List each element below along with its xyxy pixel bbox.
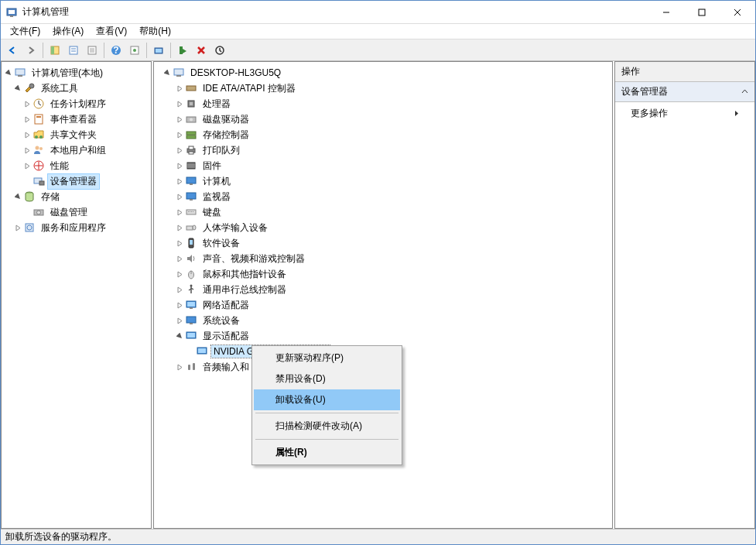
tree-node-local-users[interactable]: 本地用户和组 xyxy=(3,142,149,158)
expand-icon[interactable] xyxy=(174,98,185,109)
expand-icon[interactable] xyxy=(12,191,23,202)
context-separator xyxy=(255,439,399,440)
expand-icon[interactable] xyxy=(12,222,23,233)
device-node-system-dev[interactable]: 系统设备 xyxy=(156,313,611,328)
expand-icon[interactable] xyxy=(174,114,185,125)
device-label: 人体学输入设备 xyxy=(200,221,270,235)
device-node-ide[interactable]: IDE ATA/ATAPI 控制器 xyxy=(156,81,611,96)
tree-node-device-manager[interactable]: 设备管理器 xyxy=(3,173,149,189)
expand-icon[interactable] xyxy=(174,222,185,233)
context-update-driver[interactable]: 更新驱动程序(P) xyxy=(254,348,400,368)
device-node-network[interactable]: 网络适配器 xyxy=(156,297,611,313)
device-node-usb[interactable]: 通用串行总线控制器 xyxy=(156,282,611,297)
expand-icon[interactable] xyxy=(174,269,185,279)
firmware-icon xyxy=(185,159,197,172)
device-label: 通用串行总线控制器 xyxy=(200,283,289,297)
device-node-software-dev[interactable]: 软件设备 xyxy=(156,235,611,251)
export-button[interactable] xyxy=(84,42,101,59)
context-properties[interactable]: 属性(R) xyxy=(254,442,400,463)
scope-pane[interactable]: 计算机管理(本地) 系统工具 任务计划程序 xyxy=(1,61,152,529)
device-node-firmware[interactable]: 固件 xyxy=(156,158,611,173)
device-node-mouse[interactable]: 鼠标和其他指针设备 xyxy=(156,266,611,282)
expand-icon[interactable] xyxy=(3,67,14,78)
expand-icon[interactable] xyxy=(174,83,185,94)
tree-node-performance[interactable]: 性能 xyxy=(3,158,149,173)
expand-icon[interactable] xyxy=(174,176,185,187)
device-node-print-queue[interactable]: 打印队列 xyxy=(156,142,611,158)
usb-icon xyxy=(185,283,197,296)
menu-view[interactable]: 查看(V) xyxy=(90,23,133,39)
expand-icon[interactable] xyxy=(174,238,185,249)
context-uninstall-device[interactable]: 卸载设备(U) xyxy=(254,389,400,410)
menu-action[interactable]: 操作(A) xyxy=(46,23,90,39)
expand-icon[interactable] xyxy=(174,300,185,310)
tree-node-services[interactable]: 服务和应用程序 xyxy=(3,220,149,235)
expand-icon[interactable] xyxy=(174,253,185,264)
device-node-computer-cat[interactable]: 计算机 xyxy=(156,173,611,189)
expand-icon[interactable] xyxy=(12,83,23,94)
actions-section[interactable]: 设备管理器 xyxy=(615,82,754,102)
properties-button[interactable] xyxy=(65,42,82,59)
expand-icon[interactable] xyxy=(174,284,185,295)
device-node-keyboard[interactable]: 键盘 xyxy=(156,204,611,220)
device-node-computer[interactable]: DESKTOP-HL3GU5Q xyxy=(156,65,611,81)
tree-node-task-scheduler[interactable]: 任务计划程序 xyxy=(3,96,149,111)
expand-icon[interactable] xyxy=(174,191,185,202)
expand-icon[interactable] xyxy=(22,98,32,109)
expand-icon[interactable] xyxy=(162,67,173,78)
app-icon xyxy=(5,6,18,19)
menu-file[interactable]: 文件(F) xyxy=(4,23,46,39)
svg-rect-44 xyxy=(174,69,183,75)
device-node-cpu[interactable]: 处理器 xyxy=(156,96,611,111)
tree-node-storage[interactable]: 存储 xyxy=(3,189,149,204)
context-scan-hardware[interactable]: 扫描检测硬件改动(A) xyxy=(254,416,400,437)
svg-rect-68 xyxy=(193,211,193,212)
expand-icon[interactable] xyxy=(174,362,185,372)
context-disable-device[interactable]: 禁用设备(D) xyxy=(254,368,400,389)
minimize-button[interactable] xyxy=(648,1,684,24)
tree-node-shared-folders[interactable]: 共享文件夹 xyxy=(3,127,149,142)
expand-icon[interactable] xyxy=(174,129,185,140)
back-button[interactable] xyxy=(4,42,21,59)
svg-rect-81 xyxy=(190,323,193,324)
svg-rect-80 xyxy=(186,317,196,323)
menu-help[interactable]: 帮助(H) xyxy=(133,23,177,39)
expand-icon[interactable] xyxy=(22,114,32,125)
update-driver-button[interactable] xyxy=(211,42,228,59)
device-label: IDE ATA/ATAPI 控制器 xyxy=(200,81,298,96)
help-button[interactable]: ? xyxy=(108,42,125,59)
maximize-button[interactable] xyxy=(684,1,720,24)
svg-rect-2 xyxy=(10,15,13,17)
uninstall-button[interactable] xyxy=(193,42,210,59)
device-node-monitor[interactable]: 监视器 xyxy=(156,189,611,204)
collapse-icon[interactable] xyxy=(174,331,185,341)
forward-button[interactable] xyxy=(22,42,39,59)
actions-more[interactable]: 更多操作 xyxy=(615,102,754,125)
device-node-disk-drive[interactable]: 磁盘驱动器 xyxy=(156,111,611,127)
expand-icon[interactable] xyxy=(174,145,185,156)
computer-icon xyxy=(173,67,185,79)
refresh-button[interactable] xyxy=(126,42,143,59)
scan-hardware-button[interactable] xyxy=(150,42,167,59)
expand-icon[interactable] xyxy=(22,129,32,140)
tree-node-event-viewer[interactable]: 事件查看器 xyxy=(3,111,149,127)
collapse-icon[interactable] xyxy=(741,88,748,95)
close-button[interactable] xyxy=(720,1,755,24)
result-pane[interactable]: DESKTOP-HL3GU5Q IDE ATA/ATAPI 控制器 处理器 磁盘… xyxy=(153,61,613,529)
expand-icon[interactable] xyxy=(174,160,185,171)
svg-rect-51 xyxy=(186,132,196,135)
expand-icon[interactable] xyxy=(22,160,32,171)
expand-icon[interactable] xyxy=(174,315,185,326)
device-node-display[interactable]: 显示适配器 xyxy=(156,328,611,344)
svg-rect-24 xyxy=(15,69,25,75)
show-hide-tree-button[interactable] xyxy=(46,42,63,59)
enable-button[interactable] xyxy=(174,42,191,59)
device-node-hid[interactable]: 人体学输入设备 xyxy=(156,220,611,235)
tree-node-disk-management[interactable]: 磁盘管理 xyxy=(3,204,149,220)
expand-icon[interactable] xyxy=(22,145,32,156)
tree-node-root[interactable]: 计算机管理(本地) xyxy=(3,65,149,81)
device-node-storage-ctrl[interactable]: 存储控制器 xyxy=(156,127,611,142)
expand-icon[interactable] xyxy=(174,207,185,218)
tree-node-system-tools[interactable]: 系统工具 xyxy=(3,81,149,96)
device-node-sound[interactable]: 声音、视频和游戏控制器 xyxy=(156,251,611,266)
